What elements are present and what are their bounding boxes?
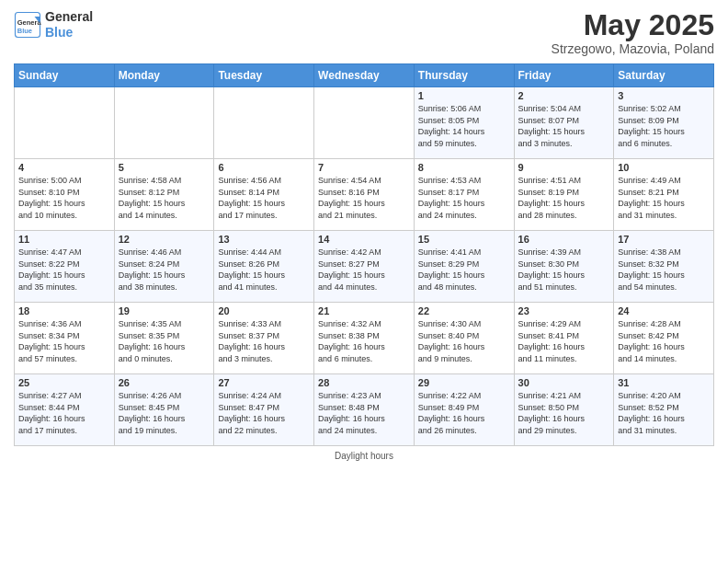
calendar-cell: 25Sunrise: 4:27 AM Sunset: 8:44 PM Dayli… bbox=[15, 374, 115, 446]
calendar-week-3: 11Sunrise: 4:47 AM Sunset: 8:22 PM Dayli… bbox=[15, 231, 714, 303]
day-number: 10 bbox=[618, 162, 710, 173]
day-number: 8 bbox=[418, 162, 510, 173]
calendar-cell bbox=[15, 87, 115, 159]
day-info: Sunrise: 5:00 AM Sunset: 8:10 PM Dayligh… bbox=[18, 175, 110, 221]
calendar-cell: 7Sunrise: 4:54 AM Sunset: 8:16 PM Daylig… bbox=[314, 159, 415, 231]
day-info: Sunrise: 5:02 AM Sunset: 8:09 PM Dayligh… bbox=[618, 103, 710, 149]
calendar-cell: 19Sunrise: 4:35 AM Sunset: 8:35 PM Dayli… bbox=[114, 303, 214, 374]
calendar-cell bbox=[314, 87, 415, 159]
day-info: Sunrise: 5:04 AM Sunset: 8:07 PM Dayligh… bbox=[518, 103, 610, 149]
calendar-cell: 11Sunrise: 4:47 AM Sunset: 8:22 PM Dayli… bbox=[15, 231, 115, 303]
calendar-cell bbox=[214, 87, 314, 159]
title-block: May 2025 Strzegowo, Mazovia, Poland bbox=[552, 9, 714, 56]
day-number: 15 bbox=[418, 234, 510, 245]
day-number: 7 bbox=[318, 162, 410, 173]
day-info: Sunrise: 4:51 AM Sunset: 8:19 PM Dayligh… bbox=[518, 175, 610, 221]
day-info: Sunrise: 4:46 AM Sunset: 8:24 PM Dayligh… bbox=[119, 247, 210, 293]
logo-text: General Blue bbox=[45, 9, 93, 40]
calendar-table: SundayMondayTuesdayWednesdayThursdayFrid… bbox=[14, 63, 714, 446]
calendar-cell: 28Sunrise: 4:23 AM Sunset: 8:48 PM Dayli… bbox=[314, 374, 415, 446]
day-info: Sunrise: 4:24 AM Sunset: 8:47 PM Dayligh… bbox=[218, 390, 310, 436]
calendar-cell: 6Sunrise: 4:56 AM Sunset: 8:14 PM Daylig… bbox=[214, 159, 314, 231]
calendar-cell: 4Sunrise: 5:00 AM Sunset: 8:10 PM Daylig… bbox=[15, 159, 115, 231]
calendar-header: SundayMondayTuesdayWednesdayThursdayFrid… bbox=[15, 64, 714, 87]
day-number: 30 bbox=[518, 377, 610, 388]
day-info: Sunrise: 4:33 AM Sunset: 8:37 PM Dayligh… bbox=[218, 318, 310, 364]
day-info: Sunrise: 4:38 AM Sunset: 8:32 PM Dayligh… bbox=[618, 247, 710, 293]
calendar-cell bbox=[114, 87, 214, 159]
day-info: Sunrise: 4:42 AM Sunset: 8:27 PM Dayligh… bbox=[318, 247, 410, 293]
day-number: 16 bbox=[518, 234, 610, 245]
calendar-cell: 3Sunrise: 5:02 AM Sunset: 8:09 PM Daylig… bbox=[614, 87, 714, 159]
calendar-cell: 30Sunrise: 4:21 AM Sunset: 8:50 PM Dayli… bbox=[514, 374, 614, 446]
calendar-body: 1Sunrise: 5:06 AM Sunset: 8:05 PM Daylig… bbox=[15, 87, 714, 446]
day-info: Sunrise: 4:32 AM Sunset: 8:38 PM Dayligh… bbox=[318, 318, 410, 364]
calendar-cell: 15Sunrise: 4:41 AM Sunset: 8:29 PM Dayli… bbox=[414, 231, 514, 303]
weekday-header-row: SundayMondayTuesdayWednesdayThursdayFrid… bbox=[15, 64, 714, 87]
day-info: Sunrise: 4:53 AM Sunset: 8:17 PM Dayligh… bbox=[418, 175, 510, 221]
location-subtitle: Strzegowo, Mazovia, Poland bbox=[552, 41, 714, 56]
weekday-header-monday: Monday bbox=[114, 64, 214, 87]
calendar-cell: 21Sunrise: 4:32 AM Sunset: 8:38 PM Dayli… bbox=[314, 303, 415, 374]
calendar-cell: 26Sunrise: 4:26 AM Sunset: 8:45 PM Dayli… bbox=[114, 374, 214, 446]
calendar-cell: 10Sunrise: 4:49 AM Sunset: 8:21 PM Dayli… bbox=[614, 159, 714, 231]
svg-text:Blue: Blue bbox=[17, 27, 32, 35]
day-info: Sunrise: 4:28 AM Sunset: 8:42 PM Dayligh… bbox=[618, 318, 710, 364]
day-number: 31 bbox=[618, 377, 710, 388]
day-number: 27 bbox=[218, 377, 310, 388]
weekday-header-sunday: Sunday bbox=[15, 64, 115, 87]
logo-line2: Blue bbox=[45, 25, 73, 40]
day-number: 23 bbox=[518, 305, 610, 316]
weekday-header-wednesday: Wednesday bbox=[314, 64, 415, 87]
day-number: 12 bbox=[119, 234, 210, 245]
day-number: 11 bbox=[18, 234, 110, 245]
calendar-cell: 13Sunrise: 4:44 AM Sunset: 8:26 PM Dayli… bbox=[214, 231, 314, 303]
day-number: 1 bbox=[418, 90, 510, 101]
day-info: Sunrise: 4:23 AM Sunset: 8:48 PM Dayligh… bbox=[318, 390, 410, 436]
day-info: Sunrise: 4:35 AM Sunset: 8:35 PM Dayligh… bbox=[119, 318, 210, 364]
calendar-cell: 31Sunrise: 4:20 AM Sunset: 8:52 PM Dayli… bbox=[614, 374, 714, 446]
day-number: 28 bbox=[318, 377, 410, 388]
day-number: 14 bbox=[318, 234, 410, 245]
month-title: May 2025 bbox=[552, 9, 714, 41]
day-info: Sunrise: 4:44 AM Sunset: 8:26 PM Dayligh… bbox=[218, 247, 310, 293]
day-info: Sunrise: 4:22 AM Sunset: 8:49 PM Dayligh… bbox=[418, 390, 510, 436]
weekday-header-saturday: Saturday bbox=[614, 64, 714, 87]
calendar-cell: 22Sunrise: 4:30 AM Sunset: 8:40 PM Dayli… bbox=[414, 303, 514, 374]
day-info: Sunrise: 4:36 AM Sunset: 8:34 PM Dayligh… bbox=[18, 318, 110, 364]
day-number: 24 bbox=[618, 305, 710, 316]
day-number: 25 bbox=[18, 377, 110, 388]
logo-line1: General bbox=[45, 9, 93, 24]
calendar-footer: Daylight hours bbox=[14, 451, 714, 461]
day-info: Sunrise: 4:47 AM Sunset: 8:22 PM Dayligh… bbox=[18, 247, 110, 293]
day-number: 22 bbox=[418, 305, 510, 316]
day-number: 6 bbox=[218, 162, 310, 173]
day-number: 3 bbox=[618, 90, 710, 101]
day-info: Sunrise: 4:58 AM Sunset: 8:12 PM Dayligh… bbox=[119, 175, 210, 221]
day-info: Sunrise: 4:20 AM Sunset: 8:52 PM Dayligh… bbox=[618, 390, 710, 436]
day-info: Sunrise: 4:41 AM Sunset: 8:29 PM Dayligh… bbox=[418, 247, 510, 293]
calendar-cell: 1Sunrise: 5:06 AM Sunset: 8:05 PM Daylig… bbox=[414, 87, 514, 159]
day-number: 20 bbox=[218, 305, 310, 316]
day-info: Sunrise: 4:29 AM Sunset: 8:41 PM Dayligh… bbox=[518, 318, 610, 364]
day-number: 29 bbox=[418, 377, 510, 388]
calendar-week-4: 18Sunrise: 4:36 AM Sunset: 8:34 PM Dayli… bbox=[15, 303, 714, 374]
day-number: 9 bbox=[518, 162, 610, 173]
day-info: Sunrise: 4:56 AM Sunset: 8:14 PM Dayligh… bbox=[218, 175, 310, 221]
day-number: 26 bbox=[119, 377, 210, 388]
day-info: Sunrise: 4:49 AM Sunset: 8:21 PM Dayligh… bbox=[618, 175, 710, 221]
calendar-cell: 17Sunrise: 4:38 AM Sunset: 8:32 PM Dayli… bbox=[614, 231, 714, 303]
day-info: Sunrise: 4:54 AM Sunset: 8:16 PM Dayligh… bbox=[318, 175, 410, 221]
logo: General Blue General Blue bbox=[14, 9, 93, 40]
day-info: Sunrise: 4:21 AM Sunset: 8:50 PM Dayligh… bbox=[518, 390, 610, 436]
calendar-cell: 20Sunrise: 4:33 AM Sunset: 8:37 PM Dayli… bbox=[214, 303, 314, 374]
calendar-week-5: 25Sunrise: 4:27 AM Sunset: 8:44 PM Dayli… bbox=[15, 374, 714, 446]
calendar-cell: 18Sunrise: 4:36 AM Sunset: 8:34 PM Dayli… bbox=[15, 303, 115, 374]
calendar-week-1: 1Sunrise: 5:06 AM Sunset: 8:05 PM Daylig… bbox=[15, 87, 714, 159]
day-info: Sunrise: 4:27 AM Sunset: 8:44 PM Dayligh… bbox=[18, 390, 110, 436]
calendar-cell: 24Sunrise: 4:28 AM Sunset: 8:42 PM Dayli… bbox=[614, 303, 714, 374]
day-number: 2 bbox=[518, 90, 610, 101]
day-number: 18 bbox=[18, 305, 110, 316]
day-number: 19 bbox=[119, 305, 210, 316]
calendar-cell: 12Sunrise: 4:46 AM Sunset: 8:24 PM Dayli… bbox=[114, 231, 214, 303]
